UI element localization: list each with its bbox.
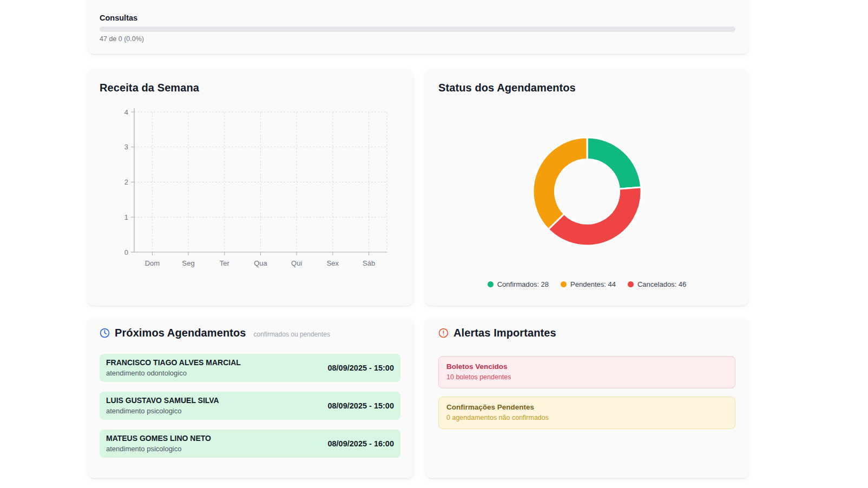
consultas-card: Consultas 47 de 0 (0.0%) — [88, 0, 748, 54]
appointment-patient-name: FRANCISCO TIAGO ALVES MARCIAL — [106, 358, 241, 367]
appointment-service: atendimento odontologico — [106, 369, 241, 378]
svg-text:2: 2 — [124, 178, 128, 186]
alert-title: Boletos Vencidos — [446, 362, 727, 371]
legend-dot — [561, 281, 567, 287]
legend-dot — [628, 281, 634, 287]
consultas-title: Consultas — [100, 14, 137, 22]
svg-text:3: 3 — [124, 143, 128, 151]
appointments-list: FRANCISCO TIAGO ALVES MARCIALatendimento… — [100, 354, 400, 458]
svg-text:Qui: Qui — [291, 259, 302, 267]
appointment-patient-name: MATEUS GOMES LINO NETO — [106, 434, 211, 443]
appointment-status-donut-chart — [528, 132, 647, 251]
consultas-progress-bar — [100, 27, 735, 32]
weekly-revenue-chart: 01234DomSegTerQuaQuiSexSáb — [88, 101, 413, 274]
donut-slice-pendentes[interactable] — [533, 137, 587, 229]
legend-item-pendentes[interactable]: Pendentes: 44 — [561, 280, 616, 288]
upcoming-appointments-card: Próximos Agendamentos confirmados ou pen… — [88, 318, 413, 478]
appointment-item[interactable]: MATEUS GOMES LINO NETOatendimento psicol… — [100, 430, 400, 458]
svg-text:0: 0 — [124, 248, 128, 256]
svg-text:Sáb: Sáb — [363, 259, 375, 267]
svg-text:Seg: Seg — [182, 259, 195, 267]
alert-text: 10 boletos pendentes — [446, 373, 727, 381]
svg-text:Qua: Qua — [254, 259, 267, 267]
legend-label: Confirmados: 28 — [497, 280, 549, 288]
legend-item-cancelados[interactable]: Cancelados: 46 — [628, 280, 686, 288]
appointment-info: FRANCISCO TIAGO ALVES MARCIALatendimento… — [106, 358, 241, 378]
alert-title: Confirmações Pendentes — [446, 403, 727, 412]
appointment-item[interactable]: FRANCISCO TIAGO ALVES MARCIALatendimento… — [100, 354, 400, 382]
appointment-status-card: Status dos Agendamentos Confirmados: 28P… — [425, 69, 748, 306]
svg-text:1: 1 — [124, 213, 128, 221]
alert-box-danger[interactable]: Boletos Vencidos10 boletos pendentes — [438, 356, 735, 388]
clock-icon — [100, 328, 110, 338]
donut-legend: Confirmados: 28Pendentes: 44Cancelados: … — [425, 280, 748, 288]
weekly-revenue-title: Receita da Semana — [100, 82, 199, 94]
important-alerts-header: Alertas Importantes — [438, 327, 556, 339]
appointment-status-title: Status dos Agendamentos — [438, 82, 576, 94]
appointment-info: MATEUS GOMES LINO NETOatendimento psicol… — [106, 434, 211, 453]
svg-text:Sex: Sex — [327, 259, 339, 267]
legend-item-confirmados[interactable]: Confirmados: 28 — [488, 280, 549, 288]
alerts-list: Boletos Vencidos10 boletos pendentesConf… — [438, 356, 735, 429]
alert-text: 0 agendamentos não confirmados — [446, 413, 727, 422]
legend-label: Pendentes: 44 — [570, 280, 616, 288]
appointment-datetime: 08/09/2025 - 15:00 — [327, 401, 394, 410]
svg-text:4: 4 — [124, 108, 128, 116]
appointment-info: LUIS GUSTAVO SAMUEL SILVAatendimento psi… — [106, 396, 219, 416]
svg-text:Ter: Ter — [220, 259, 230, 267]
upcoming-appointments-title: Próximos Agendamentos — [115, 327, 246, 339]
important-alerts-title: Alertas Importantes — [453, 327, 556, 339]
upcoming-appointments-subtitle: confirmados ou pendentes — [254, 328, 330, 338]
appointment-service: atendimento psicologico — [106, 445, 211, 453]
appointment-item[interactable]: LUIS GUSTAVO SAMUEL SILVAatendimento psi… — [100, 392, 400, 420]
appointment-service: atendimento psicologico — [106, 407, 219, 416]
appointment-patient-name: LUIS GUSTAVO SAMUEL SILVA — [106, 396, 219, 405]
alert-circle-icon — [438, 328, 449, 338]
consultas-progress-caption: 47 de 0 (0.0%) — [100, 35, 144, 43]
alert-box-warning[interactable]: Confirmações Pendentes0 agendamentos não… — [438, 397, 735, 429]
weekly-revenue-card: Receita da Semana 01234DomSegTerQuaQuiSe… — [88, 69, 413, 306]
svg-text:Dom: Dom — [145, 259, 160, 267]
upcoming-appointments-header: Próximos Agendamentos confirmados ou pen… — [100, 327, 330, 339]
legend-label: Cancelados: 46 — [637, 280, 686, 288]
donut-slice-confirmados[interactable] — [587, 137, 641, 189]
legend-dot — [488, 281, 494, 287]
appointment-datetime: 08/09/2025 - 15:00 — [327, 364, 394, 372]
appointment-datetime: 08/09/2025 - 16:00 — [327, 439, 394, 448]
important-alerts-card: Alertas Importantes Boletos Vencidos10 b… — [425, 318, 748, 478]
